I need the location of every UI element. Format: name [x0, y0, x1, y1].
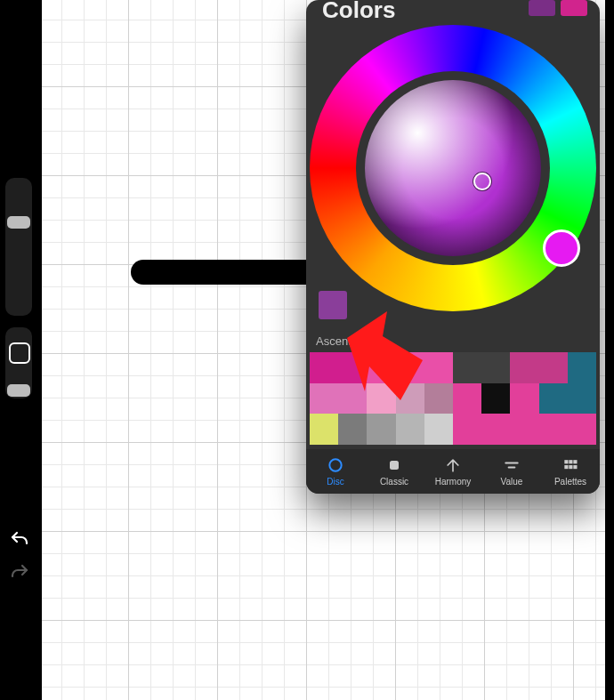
- palette-swatch[interactable]: [310, 352, 338, 383]
- previous-color-swatch[interactable]: [529, 0, 555, 16]
- redo-button[interactable]: [9, 562, 30, 583]
- color-wheel[interactable]: [310, 25, 596, 311]
- tab-label: Palettes: [554, 477, 586, 487]
- svg-rect-6: [573, 460, 577, 463]
- palette-swatch[interactable]: [396, 383, 424, 414]
- palette-swatch[interactable]: [396, 414, 424, 445]
- palette-swatch[interactable]: [367, 414, 395, 445]
- svg-rect-1: [390, 461, 399, 470]
- color-mode-tabs: Disc Classic Harmony Value Palettes: [306, 449, 600, 494]
- brush-size-thumb[interactable]: [7, 216, 30, 229]
- tab-harmony[interactable]: Harmony: [426, 456, 480, 487]
- colors-panel: Colors Ascend Disc Classic Harmony: [306, 0, 600, 494]
- tab-label: Disc: [327, 477, 343, 487]
- tab-label: Value: [501, 477, 523, 487]
- palette-section-label: Ascend: [316, 334, 354, 348]
- svg-rect-8: [569, 465, 572, 469]
- sv-cursor[interactable]: [473, 173, 491, 190]
- palette-swatch[interactable]: [367, 383, 395, 414]
- palette-swatch[interactable]: [539, 383, 568, 414]
- palette-swatch[interactable]: [481, 352, 510, 383]
- palette-swatch[interactable]: [539, 414, 568, 445]
- palette-swatch[interactable]: [510, 414, 538, 445]
- palette-swatch[interactable]: [481, 414, 510, 445]
- palette-swatch[interactable]: [367, 352, 395, 383]
- palette-swatch[interactable]: [568, 383, 596, 414]
- right-bezel: [605, 0, 614, 700]
- svg-rect-9: [573, 465, 577, 469]
- palette-swatch[interactable]: [568, 414, 596, 445]
- opacity-thumb[interactable]: [7, 384, 30, 397]
- palette-swatch[interactable]: [510, 383, 538, 414]
- tab-palettes[interactable]: Palettes: [544, 456, 597, 487]
- brush-size-slider[interactable]: [5, 178, 32, 316]
- palette-swatch[interactable]: [338, 352, 367, 383]
- palette-swatch[interactable]: [510, 352, 538, 383]
- palette-grid: [310, 352, 596, 445]
- palette-swatch[interactable]: [424, 383, 453, 414]
- palette-swatch[interactable]: [453, 414, 481, 445]
- hue-cursor[interactable]: [543, 229, 580, 267]
- palette-swatch[interactable]: [453, 352, 481, 383]
- panel-title: Colors: [322, 0, 395, 24]
- palette-swatch[interactable]: [338, 383, 367, 414]
- palette-swatch[interactable]: [568, 352, 596, 383]
- palette-swatch[interactable]: [310, 383, 338, 414]
- left-sidebar: [0, 0, 42, 700]
- svg-rect-5: [569, 460, 572, 463]
- svg-point-0: [329, 459, 341, 471]
- modify-button[interactable]: [9, 342, 30, 364]
- tab-value[interactable]: Value: [485, 456, 538, 487]
- history-swatch[interactable]: [319, 291, 347, 319]
- palette-swatch[interactable]: [424, 352, 453, 383]
- palette-swatch[interactable]: [396, 352, 424, 383]
- palette-swatch[interactable]: [338, 414, 367, 445]
- palette-swatch[interactable]: [453, 383, 481, 414]
- svg-rect-4: [564, 460, 568, 463]
- palette-swatch[interactable]: [481, 383, 510, 414]
- tab-label: Classic: [380, 477, 408, 487]
- svg-rect-7: [564, 465, 568, 469]
- saturation-value-disc[interactable]: [365, 80, 541, 256]
- palette-swatch[interactable]: [424, 414, 453, 445]
- undo-button[interactable]: [9, 529, 30, 551]
- tab-label: Harmony: [435, 477, 472, 487]
- tab-disc[interactable]: Disc: [309, 456, 362, 487]
- palette-swatch[interactable]: [539, 352, 568, 383]
- current-color-swatch[interactable]: [561, 0, 587, 16]
- tab-classic[interactable]: Classic: [368, 456, 421, 487]
- palette-swatch[interactable]: [310, 414, 338, 445]
